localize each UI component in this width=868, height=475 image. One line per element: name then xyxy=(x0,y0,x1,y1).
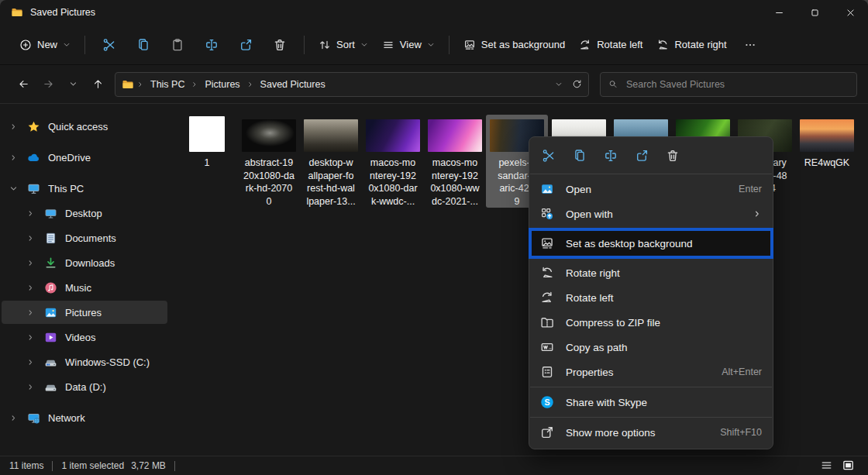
thumbnail-view-icon xyxy=(842,460,855,471)
file-item-re4wqgk[interactable]: RE4wqGK xyxy=(796,115,858,208)
sidebar-item-quick-access[interactable]: Quick access xyxy=(2,115,167,138)
menu-item-set-as-desktop-background[interactable]: Set as desktop background xyxy=(529,228,773,259)
menu-item-copy-as-path[interactable]: Copy as path xyxy=(529,335,773,360)
plus-circle-icon xyxy=(19,39,32,51)
see-more-button[interactable] xyxy=(734,33,766,57)
cut-icon xyxy=(102,38,116,52)
toolbar-divider xyxy=(84,36,85,54)
menu-item-label: Set as desktop background xyxy=(566,238,762,250)
delete-button[interactable] xyxy=(660,144,686,167)
cut-button[interactable] xyxy=(92,32,126,58)
menu-item-label: Show more options xyxy=(566,427,720,439)
items-count: 11 items xyxy=(9,460,43,471)
file-item-abstract-1920x1080-dark-hd-20700[interactable]: abstract-1920x1080-dark-hd-20700 xyxy=(238,115,300,208)
new-button[interactable]: New xyxy=(12,33,78,57)
sidebar-item-network[interactable]: Network xyxy=(2,406,167,429)
chevron-right-icon[interactable] xyxy=(26,308,35,317)
chevron-right-icon[interactable] xyxy=(26,358,35,367)
chevron-right-icon[interactable] xyxy=(26,234,35,243)
sidebar-item-videos[interactable]: Videos xyxy=(2,325,167,349)
chevron-right-icon[interactable] xyxy=(26,259,35,267)
maximize-button[interactable] xyxy=(797,0,832,25)
chevron-right-icon[interactable] xyxy=(26,383,35,391)
refresh-icon[interactable] xyxy=(572,79,582,89)
chevron-right-icon[interactable] xyxy=(26,333,35,342)
copy-button[interactable] xyxy=(567,144,593,167)
chevron-right-icon[interactable] xyxy=(9,153,18,162)
minimize-button[interactable] xyxy=(761,0,797,25)
sidebar-item-label: Videos xyxy=(65,332,96,343)
menu-item-rotate-right[interactable]: Rotate right xyxy=(529,260,773,285)
chevron-right-icon[interactable] xyxy=(26,284,35,292)
status-divider xyxy=(52,461,53,471)
sidebar-item-this-pc[interactable]: This PC xyxy=(2,177,167,200)
breadcrumb-saved-pictures[interactable]: Saved Pictures xyxy=(257,77,329,92)
window-title: Saved Pictures xyxy=(30,7,95,18)
paste-button[interactable] xyxy=(160,32,195,58)
chevron-right-icon[interactable] xyxy=(9,414,18,422)
back-icon xyxy=(18,78,29,90)
menu-item-show-more-options[interactable]: Show more optionsShift+F10 xyxy=(529,420,773,445)
details-view-button[interactable] xyxy=(819,460,834,473)
rotate-right-button[interactable]: Rotate right xyxy=(649,33,733,57)
file-item-1[interactable]: 1 xyxy=(176,115,238,208)
chevron-right-icon[interactable] xyxy=(26,209,35,218)
recent-locations-button[interactable] xyxy=(60,72,85,97)
copy-button[interactable] xyxy=(126,32,160,58)
share-button[interactable] xyxy=(229,32,263,58)
chevron-right-icon xyxy=(191,81,198,88)
chevron-right-icon[interactable] xyxy=(9,122,18,131)
file-item-desktop-wallpaper-forest-hd-wallpaper-13[interactable]: desktop-wallpaper-forest-hd-wallpaper-13… xyxy=(300,115,362,208)
address-row: This PC Pictures Saved Pictures xyxy=(0,65,868,104)
forward-button[interactable] xyxy=(36,72,60,97)
menu-item-share-with-skype[interactable]: SShare with Skype xyxy=(529,390,773,415)
sidebar-item-pictures[interactable]: Pictures xyxy=(2,301,167,324)
menu-item-label: Copy as path xyxy=(566,342,762,353)
sidebar-item-desktop[interactable]: Desktop xyxy=(2,201,167,225)
delete-icon xyxy=(666,149,680,163)
sidebar-item-music[interactable]: Music xyxy=(2,276,167,299)
file-item-macos-monterey-1920x1080-dark-wwdc[interactable]: macos-monterey-1920x1080-dark-wwdc-... xyxy=(362,115,424,208)
rotate-left-icon xyxy=(540,291,554,305)
sort-button[interactable]: Sort xyxy=(312,33,375,57)
sidebar-item-label: Desktop xyxy=(65,208,102,219)
sidebar-item-label: Music xyxy=(65,282,91,294)
breadcrumb-pictures[interactable]: Pictures xyxy=(201,77,243,92)
address-dropdown-icon[interactable] xyxy=(555,81,563,88)
menu-item-open[interactable]: OpenEnter xyxy=(529,177,773,201)
chevron-down-icon[interactable] xyxy=(9,184,18,193)
menu-item-compress-to-zip-file[interactable]: Compress to ZIP file xyxy=(529,310,773,335)
sidebar-item-onedrive[interactable]: OneDrive xyxy=(2,146,167,169)
search-input[interactable] xyxy=(625,78,849,91)
onedrive-icon xyxy=(27,151,40,164)
sidebar-item-data-d[interactable]: Data (D:) xyxy=(2,375,167,398)
ellipsis-icon xyxy=(744,39,756,51)
thumbnail-view-button[interactable] xyxy=(841,460,856,473)
share-button[interactable] xyxy=(629,144,655,167)
menu-separator xyxy=(530,174,772,174)
rotate-right-icon xyxy=(656,39,669,51)
sidebar-item-downloads[interactable]: Downloads xyxy=(2,251,167,274)
sidebar-item-documents[interactable]: Documents xyxy=(2,226,167,250)
documents-icon xyxy=(44,232,57,245)
sidebar-item-label: Network xyxy=(48,412,85,424)
set-as-background-button[interactable]: Set as background xyxy=(456,33,572,57)
up-button[interactable] xyxy=(85,72,110,97)
menu-item-rotate-left[interactable]: Rotate left xyxy=(529,285,773,310)
address-bar[interactable]: This PC Pictures Saved Pictures xyxy=(115,72,589,97)
rename-button[interactable] xyxy=(195,32,229,58)
rename-button[interactable] xyxy=(598,144,624,167)
cut-icon xyxy=(542,149,556,163)
menu-item-open-with[interactable]: Open with xyxy=(529,201,773,226)
breadcrumb-this-pc[interactable]: This PC xyxy=(146,77,188,92)
file-item-macos-monterey-1920x1080-wwdc-2021[interactable]: macos-monterey-1920x1080-wwdc-2021-... xyxy=(424,115,486,208)
sidebar-item-windows-ssd-c[interactable]: Windows-SSD (C:) xyxy=(2,350,167,373)
view-button[interactable]: View xyxy=(375,33,442,57)
menu-item-properties[interactable]: PropertiesAlt+Enter xyxy=(529,360,773,384)
close-button[interactable] xyxy=(832,0,868,25)
back-button[interactable] xyxy=(11,72,36,97)
search-box[interactable] xyxy=(600,72,857,97)
cut-button[interactable] xyxy=(536,144,562,167)
delete-button[interactable] xyxy=(263,32,297,58)
rotate-left-button[interactable]: Rotate left xyxy=(572,33,649,57)
